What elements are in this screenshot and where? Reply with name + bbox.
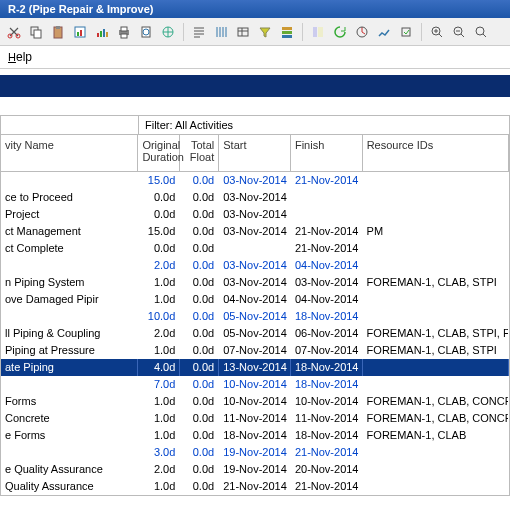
cell-start: 13-Nov-2014 bbox=[219, 359, 291, 376]
schedule-icon[interactable] bbox=[352, 22, 372, 42]
table-row[interactable]: ll Piping & Coupling2.0d0.0d05-Nov-20140… bbox=[1, 325, 509, 342]
table-row[interactable]: Piping at Pressure1.0d0.0d07-Nov-201407-… bbox=[1, 342, 509, 359]
table-row[interactable]: Quality Assurance1.0d0.0d21-Nov-201421-N… bbox=[1, 478, 509, 495]
filter-icon[interactable] bbox=[255, 22, 275, 42]
cell-name: ove Damaged Pipir bbox=[1, 291, 138, 308]
chart-icon[interactable] bbox=[92, 22, 112, 42]
layout-icon[interactable] bbox=[308, 22, 328, 42]
cell-float: 0.0d bbox=[180, 291, 219, 308]
filter-row: Filter: All Activities bbox=[0, 115, 510, 134]
table-row[interactable]: 15.0d0.0d03-Nov-201421-Nov-2014 bbox=[1, 172, 509, 189]
cell-dur: 1.0d bbox=[138, 274, 180, 291]
cell-start: 10-Nov-2014 bbox=[219, 376, 291, 393]
cell-float: 0.0d bbox=[180, 240, 219, 257]
zoom-in-icon[interactable] bbox=[427, 22, 447, 42]
cell-dur: 1.0d bbox=[138, 291, 180, 308]
columns-icon[interactable] bbox=[211, 22, 231, 42]
col-start[interactable]: Start bbox=[219, 135, 291, 171]
cell-float: 0.0d bbox=[180, 206, 219, 223]
col-total-float[interactable]: Total Float bbox=[180, 135, 219, 171]
cell-name: Piping at Pressure bbox=[1, 342, 138, 359]
scissors-icon[interactable] bbox=[4, 22, 24, 42]
cell-name: Concrete bbox=[1, 410, 138, 427]
cell-finish: 18-Nov-2014 bbox=[291, 359, 363, 376]
cell-res bbox=[363, 206, 509, 223]
cell-res bbox=[363, 376, 509, 393]
cell-name: n Piping System bbox=[1, 274, 138, 291]
cell-dur: 2.0d bbox=[138, 461, 180, 478]
cell-start: 03-Nov-2014 bbox=[219, 172, 291, 189]
table-row[interactable]: 3.0d0.0d19-Nov-201421-Nov-2014 bbox=[1, 444, 509, 461]
cell-res bbox=[363, 172, 509, 189]
group-icon[interactable] bbox=[277, 22, 297, 42]
table-row[interactable]: 2.0d0.0d03-Nov-201404-Nov-2014 bbox=[1, 257, 509, 274]
cell-float: 0.0d bbox=[180, 308, 219, 325]
cell-name bbox=[1, 308, 138, 325]
cell-res bbox=[363, 308, 509, 325]
level-icon[interactable] bbox=[374, 22, 394, 42]
report-icon[interactable] bbox=[70, 22, 90, 42]
table-row[interactable]: ate Piping4.0d0.0d13-Nov-201418-Nov-2014 bbox=[1, 359, 509, 376]
copy-icon[interactable] bbox=[26, 22, 46, 42]
svg-rect-19 bbox=[238, 28, 248, 36]
paste-icon[interactable] bbox=[48, 22, 68, 42]
table-icon[interactable] bbox=[233, 22, 253, 42]
print-icon[interactable] bbox=[114, 22, 134, 42]
cell-name: ct Management bbox=[1, 223, 138, 240]
table-row[interactable]: ce to Proceed0.0d0.0d03-Nov-2014 bbox=[1, 189, 509, 206]
cell-dur: 1.0d bbox=[138, 427, 180, 444]
preview-icon[interactable] bbox=[136, 22, 156, 42]
refresh-icon[interactable] bbox=[330, 22, 350, 42]
cell-finish: 03-Nov-2014 bbox=[291, 274, 363, 291]
zoom-out-icon[interactable] bbox=[449, 22, 469, 42]
cell-dur: 15.0d bbox=[138, 172, 180, 189]
cell-res: FOREMAN-1, CLAB, STPI bbox=[363, 342, 509, 359]
col-activity-name[interactable]: vity Name bbox=[1, 135, 138, 171]
svg-rect-7 bbox=[77, 32, 79, 36]
cell-start: 07-Nov-2014 bbox=[219, 342, 291, 359]
cell-finish: 18-Nov-2014 bbox=[291, 427, 363, 444]
cell-res bbox=[363, 359, 509, 376]
svg-rect-20 bbox=[282, 27, 292, 30]
table-row[interactable]: ove Damaged Pipir1.0d0.0d04-Nov-201404-N… bbox=[1, 291, 509, 308]
cell-dur: 2.0d bbox=[138, 257, 180, 274]
cell-finish: 21-Nov-2014 bbox=[291, 223, 363, 240]
svg-rect-8 bbox=[80, 30, 82, 36]
table-row[interactable]: e Forms1.0d0.0d18-Nov-201418-Nov-2014FOR… bbox=[1, 427, 509, 444]
commit-icon[interactable] bbox=[396, 22, 416, 42]
svg-rect-23 bbox=[313, 27, 317, 37]
cell-start: 05-Nov-2014 bbox=[219, 308, 291, 325]
table-row[interactable]: Project0.0d0.0d03-Nov-2014 bbox=[1, 206, 509, 223]
table-row[interactable]: ct Management15.0d0.0d03-Nov-201421-Nov-… bbox=[1, 223, 509, 240]
table-row[interactable]: e Quality Assurance2.0d0.0d19-Nov-201420… bbox=[1, 461, 509, 478]
cell-name: ll Piping & Coupling bbox=[1, 325, 138, 342]
table-row[interactable]: 7.0d0.0d10-Nov-201418-Nov-2014 bbox=[1, 376, 509, 393]
svg-rect-12 bbox=[106, 32, 108, 37]
table-row[interactable]: 10.0d0.0d05-Nov-201418-Nov-2014 bbox=[1, 308, 509, 325]
table-row[interactable]: n Piping System1.0d0.0d03-Nov-201403-Nov… bbox=[1, 274, 509, 291]
cell-float: 0.0d bbox=[180, 393, 219, 410]
table-row[interactable]: Forms1.0d0.0d10-Nov-201410-Nov-2014FOREM… bbox=[1, 393, 509, 410]
cell-res: FOREMAN-1, CLAB, STPI bbox=[363, 274, 509, 291]
layout-bar bbox=[0, 75, 510, 97]
col-finish[interactable]: Finish bbox=[291, 135, 363, 171]
publish-icon[interactable] bbox=[158, 22, 178, 42]
cell-start: 21-Nov-2014 bbox=[219, 478, 291, 495]
cell-res: PM bbox=[363, 223, 509, 240]
cell-start: 11-Nov-2014 bbox=[219, 410, 291, 427]
cell-res bbox=[363, 444, 509, 461]
table-row[interactable]: Concrete1.0d0.0d11-Nov-201411-Nov-2014FO… bbox=[1, 410, 509, 427]
cell-float: 0.0d bbox=[180, 478, 219, 495]
cell-float: 0.0d bbox=[180, 189, 219, 206]
table-row[interactable]: ct Complete0.0d0.0d21-Nov-2014 bbox=[1, 240, 509, 257]
menu-help[interactable]: Help bbox=[0, 46, 510, 69]
col-resource-ids[interactable]: Resource IDs bbox=[363, 135, 509, 171]
cell-dur: 1.0d bbox=[138, 410, 180, 427]
cell-name: Quality Assurance bbox=[1, 478, 138, 495]
zoom-fit-icon[interactable] bbox=[471, 22, 491, 42]
cell-finish: 07-Nov-2014 bbox=[291, 342, 363, 359]
cell-finish: 21-Nov-2014 bbox=[291, 478, 363, 495]
col-original-duration[interactable]: Original Duration bbox=[138, 135, 180, 171]
align-icon[interactable] bbox=[189, 22, 209, 42]
cell-res: FOREMAN-1, CLAB, CONCRETE bbox=[363, 410, 509, 427]
